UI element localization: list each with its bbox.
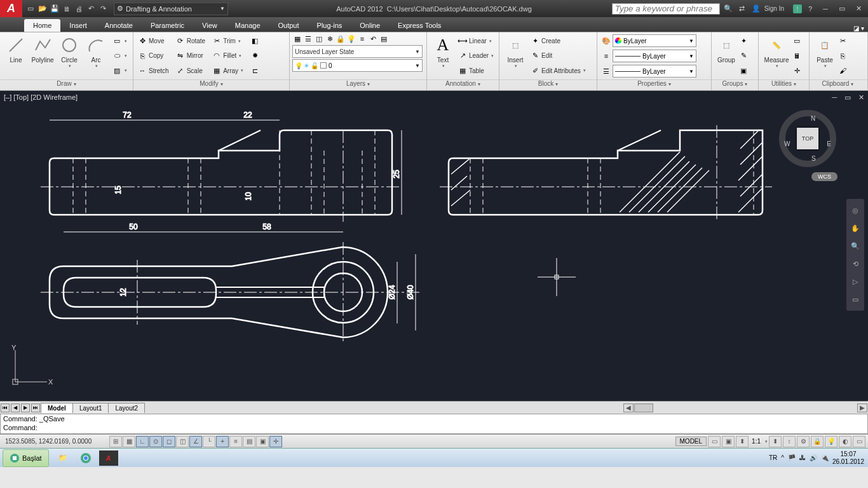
rotate-button[interactable]: ⟳Rotate (174, 34, 207, 48)
workspace-switch-icon[interactable]: ⚙ (797, 436, 810, 447)
layer-iso-icon[interactable]: ◫ (314, 34, 324, 44)
move-button[interactable]: ✥Move (136, 34, 170, 48)
steering-wheel-icon[interactable]: ◎ (849, 204, 862, 217)
quickcalc-icon[interactable]: 🖩 (792, 51, 802, 61)
open-icon[interactable]: 📂 (37, 3, 48, 15)
group-bbox-icon[interactable]: ▣ (738, 65, 749, 76)
help-icon[interactable]: ? (804, 3, 816, 15)
group-edit-icon[interactable]: ✎ (738, 51, 749, 61)
search-input[interactable] (612, 3, 720, 15)
tpy-toggle[interactable]: ▤ (243, 436, 255, 447)
block-attr-button[interactable]: ✐Edit Attributes▾ (529, 64, 587, 78)
dyn-toggle[interactable]: + (216, 436, 229, 447)
minimize-icon[interactable]: ─ (818, 4, 832, 14)
tray-chevron-icon[interactable]: ^ (781, 454, 784, 461)
exchange-icon[interactable]: ⇄ (736, 3, 748, 15)
line-button[interactable]: Line (3, 34, 29, 78)
new-icon[interactable]: ▭ (25, 3, 36, 15)
leader-button[interactable]: ↗Leader▾ (456, 49, 495, 63)
viewcube-west[interactable]: W (784, 140, 790, 147)
autocad-taskbar-icon[interactable]: A (99, 451, 118, 466)
tab-annotate[interactable]: Annotate (96, 19, 142, 32)
panel-block-title[interactable]: Block (499, 79, 597, 90)
tab-manage[interactable]: Manage (226, 19, 269, 32)
group-button[interactable]: ⬚Group (714, 34, 738, 78)
rectangle-button[interactable]: ▭▾ (111, 34, 128, 48)
tab-insert[interactable]: Insert (60, 19, 96, 32)
insert-button[interactable]: ⬚Insert▾ (502, 34, 529, 78)
text-button[interactable]: AText▾ (430, 34, 456, 78)
model-tab[interactable]: Model (41, 403, 73, 413)
tab-plugins[interactable]: Plug-ins (308, 19, 351, 32)
viewcube-north[interactable]: N (811, 115, 815, 122)
tab-home[interactable]: Home (24, 19, 60, 32)
command-prompt[interactable]: Command: (3, 424, 865, 433)
array-button[interactable]: ▦Array▾ (210, 64, 245, 78)
trim-button[interactable]: ✂Trim▾ (210, 34, 245, 48)
osnap-toggle[interactable]: ◻ (163, 436, 175, 447)
viewcube-east[interactable]: E (827, 140, 831, 147)
stretch-button[interactable]: ↔Stretch (136, 64, 170, 78)
ellipse-button[interactable]: ⬭▾ (111, 49, 128, 63)
block-create-button[interactable]: ✦Create (529, 34, 587, 48)
language-indicator[interactable]: TR (769, 454, 777, 461)
panel-modify-title[interactable]: Modify (133, 79, 289, 90)
layer-lock-icon[interactable]: 🔒 (336, 34, 346, 44)
explorer-taskbar-icon[interactable]: 📁 (53, 451, 72, 466)
ungroup-icon[interactable]: ✦ (738, 36, 749, 46)
select-icon[interactable]: ▭ (792, 36, 802, 46)
panel-groups-title[interactable]: Groups (712, 79, 758, 90)
plot-icon[interactable]: 🖨 (73, 3, 85, 15)
tab-last-icon[interactable]: ⏭ (31, 403, 40, 412)
vp-close-icon[interactable]: ✕ (858, 93, 864, 102)
fillet-button[interactable]: ◠Fillet▾ (210, 49, 245, 63)
cut-icon[interactable]: ✂ (837, 36, 848, 46)
zoom-icon[interactable]: 🔍 (849, 240, 862, 252)
ducs-toggle[interactable]: └ (203, 436, 215, 447)
tab-online[interactable]: Online (351, 19, 389, 32)
panel-utilities-title[interactable]: Utilities (759, 79, 809, 90)
prop-icon2[interactable]: ≡ (600, 49, 613, 63)
quickview-layouts-icon[interactable]: ▭ (708, 436, 721, 447)
viewcube-south[interactable]: S (811, 155, 816, 162)
workspace-dropdown[interactable]: ⚙Drafting & Annotation ▼ (114, 3, 228, 15)
panel-annotation-title[interactable]: Annotation (427, 79, 499, 90)
chrome-taskbar-icon[interactable] (76, 451, 95, 466)
layout2-tab[interactable]: Layout2 (108, 403, 145, 413)
hardware-accel-icon[interactable]: 💡 (825, 436, 837, 447)
layout1-tab[interactable]: Layout1 (72, 403, 109, 413)
linear-dim-button[interactable]: ⟷Linear▾ (456, 34, 495, 48)
wcs-badge[interactable]: WCS (811, 172, 837, 181)
explode-button[interactable]: ✸ (248, 49, 261, 63)
maximize-icon[interactable]: ▭ (835, 4, 849, 14)
annoscale-icon[interactable]: ⬍ (736, 436, 749, 447)
lineweight-dropdown[interactable]: ByLayer▼ (613, 50, 696, 62)
signin-icon[interactable]: 👤 (750, 3, 762, 15)
drawing-area[interactable]: [–] [Top] [2D Wireframe] ─ ▭ ✕ (0, 91, 868, 401)
quickview-drawings-icon[interactable]: ▣ (722, 436, 735, 447)
toolbar-lock-icon[interactable]: 🔒 (811, 436, 824, 447)
info-icon[interactable]: ! (793, 4, 802, 13)
polar-toggle[interactable]: ⊙ (149, 436, 162, 447)
measure-button[interactable]: 📏Measure▾ (761, 34, 792, 78)
3dosnap-toggle[interactable]: ◫ (176, 436, 189, 447)
offset-button[interactable]: ⊏ (248, 64, 261, 78)
annoautoscale-icon[interactable]: ↕ (783, 436, 796, 447)
orbit-icon[interactable]: ⟲ (849, 257, 862, 270)
erase-button[interactable]: ◧ (248, 34, 261, 48)
panel-properties-title[interactable]: Properties (597, 79, 711, 90)
command-window[interactable]: Command: _QSave Command: (0, 414, 868, 434)
qp-toggle[interactable]: ▣ (256, 436, 269, 447)
tray-power-icon[interactable]: 🔌 (821, 454, 829, 461)
arc-button[interactable]: Arc▾ (83, 34, 109, 78)
point-icon[interactable]: ✛ (792, 65, 802, 76)
layer-walk-icon[interactable]: ▤ (379, 34, 389, 44)
layer-state-dropdown[interactable]: Unsaved Layer State▼ (292, 45, 423, 58)
ribbon-collapse-icon[interactable]: ◪ ▾ (850, 25, 868, 32)
ortho-toggle[interactable]: ∟ (136, 436, 149, 447)
hscroll-thumb[interactable] (634, 403, 653, 412)
tab-next-icon[interactable]: ▶ (21, 403, 30, 412)
otrack-toggle[interactable]: ∠ (189, 436, 202, 447)
hatch-button[interactable]: ▨▾ (111, 64, 128, 78)
circle-button[interactable]: Circle▾ (56, 34, 83, 78)
